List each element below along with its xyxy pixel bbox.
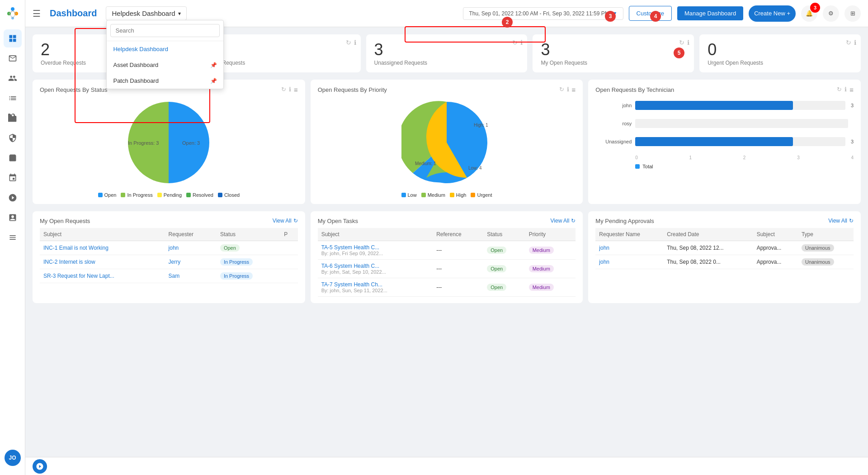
hamburger-menu[interactable]: ☰ — [33, 8, 41, 19]
refresh-icon[interactable]: ↻ — [559, 86, 564, 94]
dashboard-selector[interactable]: Helpdesk Dashboard ▾ Helpdesk Dashboard … — [106, 6, 186, 20]
chart-icons: ↻ ℹ ≡ — [559, 86, 576, 94]
dropdown-item-asset[interactable]: Asset Dashboard 📌 — [107, 57, 223, 73]
refresh-icon[interactable]: ↻ — [571, 218, 576, 224]
subject-link[interactable]: TA-5 System Health C... — [321, 244, 379, 251]
view-all-open[interactable]: View All ↻ — [273, 218, 298, 224]
requester-link[interactable]: john — [599, 245, 609, 251]
subject-link[interactable]: INC-2 Internet is slow — [43, 259, 95, 265]
refresh-icon[interactable]: ↻ — [679, 39, 684, 46]
table-title-open: My Open Requests — [40, 218, 90, 224]
sidebar-item-assets[interactable] — [4, 109, 22, 127]
status-badge: Open — [487, 247, 506, 254]
date-range-filter[interactable]: Thu, Sep 01, 2022 12:00 AM - Fri, Sep 30… — [463, 7, 623, 20]
sidebar-item-network[interactable] — [4, 169, 22, 187]
refresh-icon[interactable]: ↻ — [346, 39, 351, 46]
status-badge: Open — [487, 284, 506, 291]
notification-button[interactable]: 🔔 3 — [801, 5, 817, 22]
subject-link[interactable]: SR-3 Request for New Lapt... — [43, 273, 114, 279]
manage-dashboard-button[interactable]: Manage Dashboard — [677, 6, 743, 20]
table-title-approvals: My Pending Approvals — [595, 218, 654, 224]
sidebar-item-automation[interactable] — [4, 189, 22, 207]
create-new-button[interactable]: Create New + — [749, 5, 796, 22]
refresh-icon[interactable]: ↻ — [849, 218, 854, 224]
requester-link[interactable]: john — [169, 245, 179, 251]
legend-high: High — [450, 192, 467, 198]
subject-link[interactable]: TA-7 System Health Ch... — [321, 281, 382, 288]
refresh-icon[interactable]: ↻ — [512, 39, 518, 46]
dropdown-item-patch[interactable]: Patch Dashboard 📌 — [107, 73, 223, 89]
table-row: john Thu, Sep 08, 2022 0... Approva... U… — [595, 255, 854, 269]
requester-link[interactable]: Sam — [169, 273, 180, 279]
info-icon[interactable]: ℹ — [854, 39, 856, 46]
legend-label: Urgent — [477, 192, 492, 198]
info-icon[interactable]: ℹ — [520, 39, 523, 46]
legend-urgent: Urgent — [471, 192, 492, 198]
subject-link[interactable]: INC-1 Email is not Working — [43, 245, 108, 251]
sidebar-item-helpdesk[interactable] — [4, 49, 22, 67]
svg-text:Open: 3: Open: 3 — [182, 140, 200, 146]
chart-technician: Open Requests By Technician ↻ ℹ ≡ john — [588, 80, 861, 204]
page-title: Dashboard — [50, 8, 97, 19]
info-icon[interactable]: ℹ — [354, 39, 356, 46]
dropdown-search-container — [107, 20, 223, 41]
bar-track-john — [635, 101, 845, 110]
reference-cell: --- — [433, 241, 483, 259]
refresh-icon[interactable]: ↻ — [281, 86, 286, 94]
sidebar-item-reports[interactable] — [4, 209, 22, 227]
info-icon[interactable]: ℹ — [687, 39, 689, 46]
refresh-icon[interactable]: ↻ — [837, 86, 842, 94]
urgent-label: Urgent Open Requests — [708, 60, 853, 66]
sidebar-item-packages[interactable] — [4, 149, 22, 167]
subject-link[interactable]: TA-6 System Health C... — [321, 263, 379, 269]
grid-button[interactable]: ⊞ — [844, 5, 861, 22]
logo[interactable] — [5, 5, 21, 22]
sidebar-user-avatar[interactable]: JO — [5, 450, 21, 466]
legend-low: Low — [401, 192, 417, 198]
my-open-requests-card: My Open Requests View All ↻ Subject Requ… — [33, 211, 305, 303]
bar-track-rosy — [635, 119, 848, 128]
legend-resolved: Resolved — [186, 192, 213, 198]
sidebar-item-security[interactable] — [4, 129, 22, 147]
menu-icon[interactable]: ≡ — [849, 86, 854, 94]
info-icon[interactable]: ℹ — [844, 86, 847, 94]
dashboard-search-input[interactable] — [110, 24, 220, 37]
my-pending-approvals-card: My Pending Approvals View All ↻ Requeste… — [588, 211, 861, 303]
requester-link[interactable]: john — [599, 259, 609, 265]
pin-icon: 📌 — [210, 78, 217, 84]
sidebar-item-chart[interactable] — [4, 89, 22, 107]
table-row: TA-7 System Health Ch... By: john, Sun, … — [318, 278, 576, 296]
sidebar-item-users[interactable] — [4, 69, 22, 87]
bottom-icon[interactable] — [33, 459, 47, 474]
menu-icon[interactable]: ≡ — [294, 86, 298, 94]
axis-2: 2 — [743, 155, 746, 160]
priority-cell — [280, 241, 297, 255]
svg-point-0 — [11, 7, 14, 11]
refresh-icon[interactable]: ↻ — [293, 218, 298, 224]
info-icon[interactable]: ℹ — [289, 86, 291, 94]
task-by: By: john, Sun, Sep 11, 2022... — [321, 288, 429, 293]
sidebar-item-dashboard[interactable] — [4, 29, 22, 48]
chart-status: Open Requests By Status ↻ ℹ ≡ — [33, 80, 305, 204]
view-all-approvals[interactable]: View All ↻ — [828, 218, 854, 224]
grid-icon: ⊞ — [850, 10, 855, 17]
view-all-tasks[interactable]: View All ↻ — [551, 218, 576, 224]
bar-label-rosy: rosy — [595, 121, 632, 126]
refresh-icon[interactable]: ↻ — [846, 39, 851, 46]
dropdown-item-helpdesk[interactable]: Helpdesk Dashboard — [107, 41, 223, 57]
reference-cell: --- — [433, 278, 483, 296]
create-new-label: Create New + — [754, 10, 790, 17]
dropdown-item-label: Helpdesk Dashboard — [113, 46, 168, 52]
svg-text:In Progress: 3: In Progress: 3 — [128, 140, 159, 146]
created-date: Thu, Sep 08, 2022 12... — [663, 241, 753, 255]
chart-priority-title: Open Requests By Priority ↻ ℹ ≡ — [318, 86, 576, 94]
menu-icon[interactable]: ≡ — [572, 86, 576, 94]
legend-label: Resolved — [193, 192, 213, 198]
table-header: My Pending Approvals View All ↻ — [595, 218, 854, 224]
gear-icon: ⚙ — [828, 10, 834, 17]
info-icon[interactable]: ℹ — [567, 86, 569, 94]
requester-link[interactable]: Jerry — [169, 259, 181, 265]
pie-legend-priority: Low Medium High — [401, 192, 492, 198]
sidebar-item-admin[interactable] — [4, 228, 22, 247]
settings-button[interactable]: ⚙ — [823, 5, 839, 22]
